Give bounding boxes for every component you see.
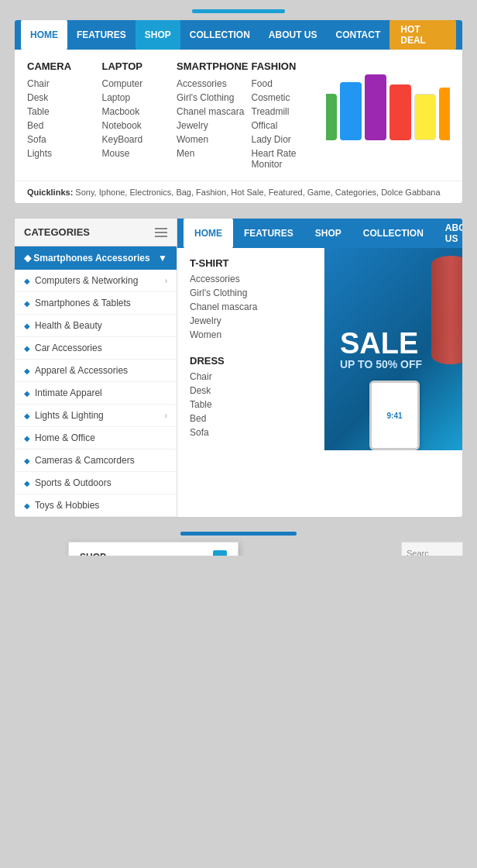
nav-bar2: HOME FEATURES SHOP COLLECTION ABOUT US (177, 219, 462, 248)
sidebar-item-label: Toys & Hobbies (35, 500, 99, 511)
sidebar-item-left: ◆ Sports & Outdoors (24, 477, 112, 488)
nav2-about[interactable]: ABOUT US (434, 219, 462, 248)
sidebar-item[interactable]: ◆ Toys & Hobbies (15, 494, 177, 517)
mega-item[interactable]: Notebook (102, 120, 177, 131)
mega-col-fashion: FASHION Food Cosmetic Treadmill Offical … (252, 60, 327, 173)
mega-item[interactable]: Treadmill (252, 106, 327, 117)
chevron-right-icon: › (165, 277, 167, 285)
sidebar-item[interactable]: ◆ Home & Office (15, 427, 177, 450)
sidebar-item-left: ◆ Cameras & Camcorders (24, 455, 135, 466)
shop-item[interactable]: Jewelry (190, 315, 311, 326)
mega-col-smartphone: SMARTPHONE Accessories Girl's Clothing C… (177, 60, 252, 173)
nav-home[interactable]: HOME (21, 20, 67, 50)
mega-item[interactable]: Laptop (102, 92, 177, 103)
shop-item[interactable]: Chair (190, 371, 311, 382)
shop-item[interactable]: Desk (190, 385, 311, 396)
section2-wrapper: CATEGORIES ◆ Smartphones Accessories ▼ ◆… (14, 218, 463, 518)
sidebar-item-label: Computers & Networking (35, 275, 138, 286)
sidebar-active-item[interactable]: ◆ Smartphones Accessories ▼ (15, 246, 177, 270)
shop-item[interactable]: Women (190, 329, 311, 340)
quicklinks-items[interactable]: Sony, Iphone, Electronics, Bag, Fashion,… (75, 188, 440, 197)
sidebar-dot-icon: ◆ (24, 367, 30, 375)
sidebar-item[interactable]: ◆ Smartphones & Tablets (15, 292, 177, 315)
main-content: HOME FEATURES SHOP COLLECTION ABOUT US T… (177, 219, 462, 517)
mega-item[interactable]: Offical (252, 120, 327, 131)
mega-item[interactable]: Bed (27, 120, 102, 131)
sidebar-dot-icon: ◆ (24, 412, 30, 420)
sidebar-dot-icon: ◆ (24, 344, 30, 353)
shop-item[interactable]: Sofa (190, 427, 311, 438)
mega-col-header-camera: CAMERA (27, 60, 102, 72)
sidebar-item-left: ◆ Health & Beauty (24, 320, 102, 331)
shop-item[interactable]: Table (190, 399, 311, 410)
mega-item[interactable]: Accessories (177, 78, 252, 89)
sidebar-item-left: ◆ Toys & Hobbies (24, 500, 99, 511)
sidebar-dot-icon: ◆ (24, 299, 30, 308)
sidebar-item-left: ◆ Home & Office (24, 432, 95, 443)
mega-item[interactable]: Heart Rate Monitor (252, 148, 327, 170)
sidebar-item-label: Lights & Lighting (35, 410, 104, 421)
blue-bar-center (14, 532, 463, 536)
nav2-shop[interactable]: SHOP (304, 219, 352, 248)
nav2-collection[interactable]: COLLECTION (352, 219, 434, 248)
sidebar-item[interactable]: ◆ Computers & Networking › (15, 270, 177, 292)
mega-item[interactable]: KeyBoard (102, 134, 177, 145)
hamburger-icon[interactable] (155, 228, 167, 237)
mega-menu-content: CAMERA Chair Desk Table Bed Sofa Lights … (15, 50, 462, 181)
mega-item[interactable]: Women (177, 134, 252, 145)
sidebar-item[interactable]: ◆ Intimate Apparel (15, 382, 177, 405)
hot-deal-button[interactable]: HOT DEAL (389, 20, 456, 50)
mega-item[interactable]: Lights (27, 148, 102, 159)
shop-item[interactable]: Accessories (190, 274, 311, 284)
sidebar-header: CATEGORIES (15, 219, 177, 246)
mob-row-shop[interactable]: SHOP − (69, 542, 238, 556)
mega-item[interactable]: Mouse (102, 148, 177, 159)
mega-item[interactable]: Jewelry (177, 120, 252, 131)
shop-item[interactable]: Bed (190, 413, 311, 424)
sidebar-item-label: Sports & Outdoors (35, 477, 112, 488)
mega-item[interactable]: Men (177, 148, 252, 159)
sidebar-item[interactable]: ◆ Cameras & Camcorders (15, 450, 177, 472)
mob-shop-label: SHOP (80, 552, 106, 556)
nav-features[interactable]: FEATURES (67, 20, 136, 50)
nav-contact[interactable]: CONTACT (326, 20, 389, 50)
nav-shop[interactable]: SHOP (136, 20, 180, 50)
sidebar-item-label: Health & Beauty (35, 320, 102, 331)
mega-item[interactable]: Food (252, 78, 327, 89)
mega-item[interactable]: Cosmetic (252, 92, 327, 103)
mega-item[interactable]: Sofa (27, 134, 102, 145)
hamburger-line (155, 236, 167, 237)
nav-collection[interactable]: COLLECTION (180, 20, 259, 50)
mobile-dropdown: SHOP − Smartphone + Camera + Laptop + Fa… (68, 542, 238, 556)
nav2-features[interactable]: FEATURES (233, 219, 304, 248)
top-nav-bar: HOME FEATURES SHOP COLLECTION ABOUT US C… (15, 20, 462, 50)
sidebar-active-label: ◆ Smartphones Accessories (24, 253, 150, 264)
sidebar-item[interactable]: ◆ Car Accessories (15, 337, 177, 360)
sidebar-item[interactable]: ◆ Sports & Outdoors (15, 472, 177, 494)
banner-subtitle: UP TO 50% OFF (340, 358, 422, 370)
shop-item[interactable]: Girl's Clothing (190, 288, 311, 298)
nav2-home[interactable]: HOME (184, 219, 233, 248)
mega-item[interactable]: Computer (102, 78, 177, 89)
banner-sale-text: SALE (340, 329, 422, 358)
mega-item[interactable]: Macbook (102, 106, 177, 117)
sidebar-item[interactable]: ◆ Lights & Lighting › (15, 405, 177, 427)
nav-about[interactable]: ABOUT US (259, 20, 327, 50)
sidebar-item-label: Car Accessories (35, 343, 102, 353)
sidebar-item-left: ◆ Car Accessories (24, 343, 102, 353)
mob-minus-icon[interactable]: − (213, 550, 227, 556)
sidebar-item[interactable]: ◆ Health & Beauty (15, 315, 177, 337)
shop-content: T-SHIRT Accessories Girl's Clothing Chan… (177, 248, 462, 450)
mega-col-header-laptop: LAPTOP (102, 60, 177, 72)
mega-item[interactable]: Table (27, 106, 102, 117)
mega-item[interactable]: Chair (27, 78, 102, 89)
sidebar-dot-icon: ◆ (24, 322, 30, 330)
mega-item[interactable]: Girl's Clothing (177, 92, 252, 103)
mega-item[interactable]: Chanel mascara (177, 106, 252, 117)
shop-item[interactable]: Chanel mascara (190, 301, 311, 312)
phones-image (326, 60, 450, 153)
mega-col-header-fashion: FASHION (252, 60, 327, 72)
mega-item[interactable]: Lady Dior (252, 134, 327, 145)
mega-item[interactable]: Desk (27, 92, 102, 103)
sidebar-item[interactable]: ◆ Apparel & Accessories (15, 360, 177, 382)
